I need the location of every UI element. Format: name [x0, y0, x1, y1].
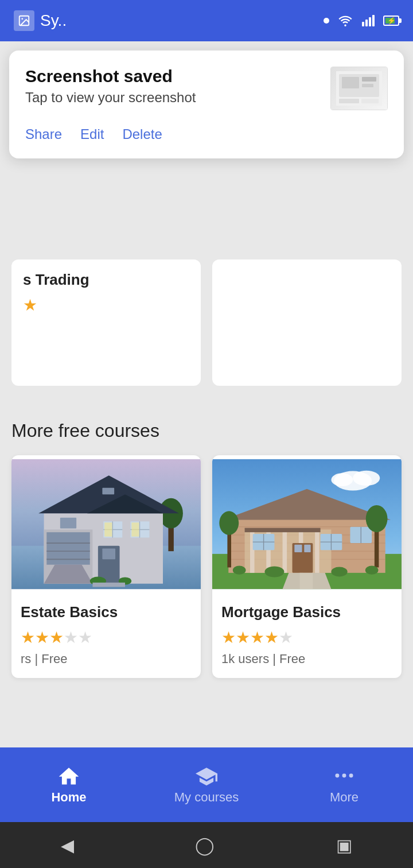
trading-card-stars: ★: [23, 296, 189, 315]
mortgage-basics-meta: 1k users | Free: [221, 652, 392, 666]
svg-point-76: [219, 511, 239, 534]
main-content: s Trading ★ More free courses: [0, 259, 413, 770]
estate-basics-stars: ★ ★ ★ ★ ★: [21, 628, 192, 647]
svg-rect-12: [361, 99, 379, 103]
mortgage-basics-body: Mortgage Basics ★ ★ ★ ★ ★ 1k users | Fre…: [212, 593, 402, 678]
star-5: ★: [78, 628, 92, 647]
svg-rect-58: [283, 529, 287, 572]
nav-more[interactable]: More: [275, 765, 413, 805]
star-5: ★: [279, 628, 293, 647]
signal-icon: [361, 14, 375, 27]
mortgage-basics-stars: ★ ★ ★ ★ ★: [221, 628, 392, 647]
svg-rect-64: [304, 545, 310, 552]
svg-point-82: [335, 774, 339, 778]
svg-rect-10: [362, 84, 373, 87]
svg-rect-5: [372, 15, 375, 26]
screenshot-notification[interactable]: Screenshot saved Tap to view your screen…: [9, 51, 404, 158]
wifi-icon: [337, 14, 353, 27]
estate-basics-title: Estate Basics: [21, 603, 192, 621]
svg-point-79: [233, 566, 246, 575]
star-1: ★: [221, 628, 236, 647]
svg-rect-60: [315, 529, 320, 572]
estate-basics-meta: rs | Free: [21, 652, 192, 666]
notification-title: Screenshot saved: [25, 67, 196, 86]
svg-point-1: [21, 18, 23, 20]
star-4: ★: [64, 628, 78, 647]
svg-rect-3: [365, 20, 368, 26]
svg-rect-9: [362, 77, 376, 82]
svg-rect-63: [294, 545, 302, 552]
svg-point-78: [331, 567, 347, 576]
svg-rect-11: [339, 99, 359, 103]
cards-row: s Trading ★: [0, 259, 413, 386]
mortgage-basics-title: Mortgage Basics: [221, 603, 392, 621]
svg-rect-26: [102, 548, 115, 559]
svg-point-83: [342, 774, 346, 778]
empty-card[interactable]: [212, 259, 402, 386]
svg-point-80: [365, 566, 379, 575]
network-dot: [324, 18, 329, 24]
star-2: ★: [236, 628, 250, 647]
svg-rect-4: [369, 17, 371, 26]
section-heading: More free courses: [0, 409, 413, 455]
delete-button[interactable]: Delete: [122, 124, 162, 145]
notification-subtitle: Tap to view your screenshot: [25, 90, 196, 106]
android-nav: ◀ ◯ ▣: [0, 822, 413, 868]
nav-more-label: More: [330, 790, 359, 805]
back-button[interactable]: ◀: [61, 835, 74, 855]
svg-rect-8: [342, 77, 359, 88]
svg-point-45: [331, 473, 353, 486]
star-1: ★: [21, 628, 35, 647]
status-bar: Sy.. ⚡: [0, 0, 413, 41]
estate-basics-card[interactable]: Estate Basics ★ ★ ★ ★ ★ rs | Free: [11, 455, 201, 678]
estate-basics-body: Estate Basics ★ ★ ★ ★ ★ rs | Free: [11, 593, 201, 678]
svg-rect-75: [227, 529, 231, 567]
thumbnail-image: [331, 67, 387, 110]
trading-card-title: s Trading: [23, 271, 189, 289]
battery-icon: ⚡: [383, 16, 399, 26]
svg-rect-40: [104, 522, 112, 537]
svg-rect-33: [60, 518, 76, 529]
svg-rect-2: [362, 22, 364, 26]
star-3: ★: [49, 628, 64, 647]
nav-home-label: Home: [51, 790, 86, 805]
svg-rect-41: [131, 522, 139, 537]
estate-basics-image: [11, 455, 201, 593]
svg-rect-61: [245, 528, 321, 533]
star-3: ★: [250, 628, 264, 647]
nav-courses-label: My courses: [174, 790, 239, 805]
mortgage-basics-card[interactable]: Mortgage Basics ★ ★ ★ ★ ★ 1k users | Fre…: [212, 455, 402, 678]
notification-actions: Share Edit Delete: [25, 124, 388, 145]
status-bar-left: Sy..: [14, 10, 67, 31]
status-bar-right: ⚡: [324, 14, 399, 27]
notification-text: Screenshot saved Tap to view your screen…: [25, 67, 196, 106]
svg-rect-81: [300, 573, 313, 589]
home-button[interactable]: ◯: [195, 835, 215, 855]
image-icon: [14, 10, 34, 31]
star-1: ★: [23, 296, 37, 315]
star-4: ★: [264, 628, 279, 647]
screenshot-thumbnail: [330, 67, 388, 110]
more-icon: [332, 765, 356, 786]
graduation-icon: [194, 765, 219, 786]
svg-rect-39: [92, 583, 125, 587]
mortgage-basics-image: [212, 455, 402, 593]
nav-home[interactable]: Home: [0, 765, 138, 805]
edit-button[interactable]: Edit: [80, 124, 104, 145]
svg-rect-35: [102, 488, 114, 494]
svg-point-84: [349, 774, 353, 778]
app-title: Sy..: [40, 11, 67, 30]
courses-grid: Estate Basics ★ ★ ★ ★ ★ rs | Free: [0, 455, 413, 678]
share-button[interactable]: Share: [25, 124, 62, 145]
svg-point-77: [264, 567, 284, 578]
trading-card[interactable]: s Trading ★: [11, 259, 201, 386]
nav-courses[interactable]: My courses: [138, 765, 275, 805]
svg-point-74: [366, 505, 388, 532]
star-2: ★: [35, 628, 49, 647]
svg-point-44: [353, 471, 380, 486]
bottom-nav: Home My courses More: [0, 747, 413, 822]
notification-top: Screenshot saved Tap to view your screen…: [25, 67, 388, 110]
recents-button[interactable]: ▣: [336, 835, 352, 855]
home-icon: [57, 765, 81, 786]
